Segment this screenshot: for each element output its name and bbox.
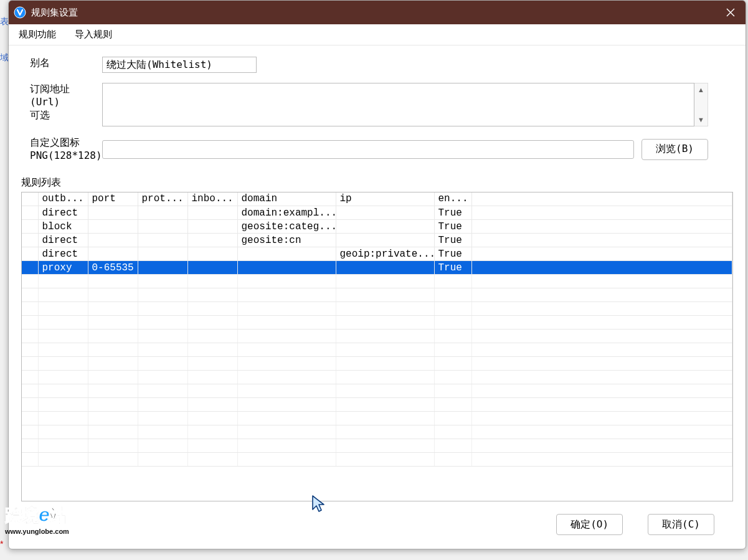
scroll-down-icon[interactable]: ▼ xyxy=(694,113,708,126)
icon-row: 自定义图标 PNG(128*128) 浏览(B) xyxy=(21,136,733,163)
rule-list-label: 规则列表 xyxy=(21,176,742,189)
window-title: 规则集设置 xyxy=(31,7,78,19)
icon-label-1: 自定义图标 xyxy=(30,136,95,149)
browse-button[interactable]: 浏览(B) xyxy=(641,139,708,160)
table-row[interactable]: directgeosite:cnTrue xyxy=(22,234,732,247)
col-enabled[interactable]: en... xyxy=(434,192,471,206)
titlebar: 规则集设置 xyxy=(9,1,746,24)
table-row[interactable]: directgeoip:private...True xyxy=(22,247,732,261)
app-icon xyxy=(14,6,26,19)
table-row[interactable] xyxy=(22,384,732,398)
rule-grid[interactable]: outb... port prot... inbo... domain ip e… xyxy=(21,192,733,501)
icon-label-2: PNG(128*128) xyxy=(30,149,95,163)
menu-import-rule[interactable]: 导入规则 xyxy=(71,26,116,43)
table-row[interactable] xyxy=(22,288,732,302)
table-row[interactable] xyxy=(22,275,732,288)
scroll-up-icon[interactable]: ▲ xyxy=(694,83,708,96)
alias-input[interactable] xyxy=(102,57,257,73)
table-row[interactable] xyxy=(22,412,732,425)
table-row[interactable] xyxy=(22,343,732,357)
ok-button[interactable]: 确定(O) xyxy=(556,514,623,535)
cancel-button[interactable]: 取消(C) xyxy=(648,514,714,535)
svg-point-0 xyxy=(14,7,26,18)
table-row[interactable] xyxy=(22,453,732,467)
icon-path-input[interactable] xyxy=(102,140,634,159)
table-row[interactable] xyxy=(22,316,732,330)
col-ip[interactable]: ip xyxy=(336,192,434,206)
table-row[interactable] xyxy=(22,439,732,453)
table-row[interactable]: blockgeosite:categ...True xyxy=(22,220,732,234)
form-area: 别名 订阅地址(Url) 可选 ▲ ▼ 自定义图标 PNG(128*128) xyxy=(9,45,746,176)
ruleset-settings-window: 规则集设置 规则功能 导入规则 别名 订阅地址(Url) 可选 xyxy=(8,0,746,549)
url-textarea[interactable] xyxy=(102,83,694,126)
col-port[interactable]: port xyxy=(88,192,138,206)
col-protocol[interactable]: prot... xyxy=(138,192,187,206)
url-label-1: 订阅地址(Url) xyxy=(30,83,95,109)
table-row[interactable] xyxy=(22,302,732,316)
alias-label: 别名 xyxy=(30,57,50,69)
alias-row: 别名 xyxy=(21,57,733,73)
table-row[interactable]: proxy0-65535True xyxy=(22,261,732,275)
table-row[interactable] xyxy=(22,398,732,412)
col-domain[interactable]: domain xyxy=(237,192,336,206)
url-scrollbar[interactable]: ▲ ▼ xyxy=(694,83,708,126)
close-button[interactable] xyxy=(716,1,746,24)
rule-list-section: 规则列表 outb... port prot... inbo... domain… xyxy=(9,176,746,505)
menu-rule-function[interactable]: 规则功能 xyxy=(15,26,60,43)
table-row[interactable] xyxy=(22,371,732,384)
table-row[interactable] xyxy=(22,357,732,371)
url-label-2: 可选 xyxy=(30,109,95,122)
col-outbound[interactable]: outb... xyxy=(38,192,88,206)
table-row[interactable]: directdomain:exampl...True xyxy=(22,206,732,220)
col-inbound[interactable]: inbo... xyxy=(187,192,237,206)
url-row: 订阅地址(Url) 可选 ▲ ▼ xyxy=(21,83,733,126)
menubar: 规则功能 导入规则 xyxy=(9,24,746,45)
table-row[interactable] xyxy=(22,425,732,439)
dialog-button-bar: 确定(O) 取消(C) xyxy=(9,505,746,549)
grid-header-row: outb... port prot... inbo... domain ip e… xyxy=(22,192,732,206)
table-row[interactable] xyxy=(22,330,732,343)
